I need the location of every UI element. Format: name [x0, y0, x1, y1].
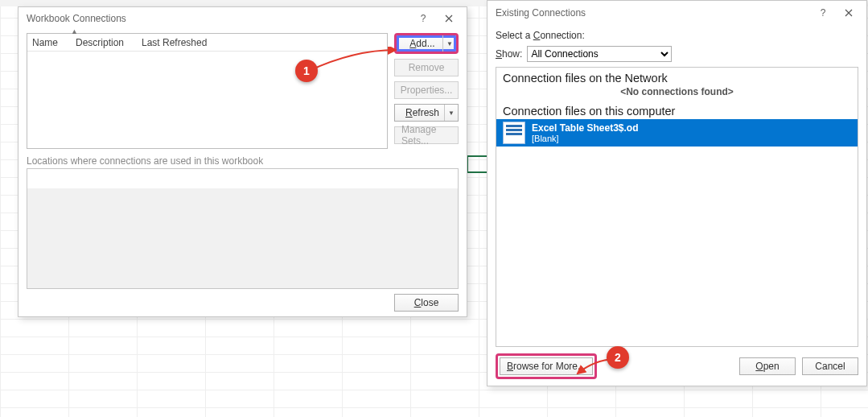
table-file-icon: [503, 122, 525, 144]
annotation-1: 1: [295, 60, 318, 82]
col-name: Name: [32, 37, 76, 48]
close-icon[interactable]: [436, 7, 462, 30]
section-computer: Connection files on this computer: [496, 101, 858, 119]
connection-item-name: Excel Table Sheet3$.od: [532, 122, 639, 134]
close-icon[interactable]: [836, 2, 862, 24]
workbook-connections-dialog: Workbook Connections ? ▲ Name Descriptio…: [18, 6, 467, 317]
remove-button: Remove: [394, 59, 459, 76]
connections-list[interactable]: ▲ Name Description Last Refreshed: [27, 33, 388, 149]
dialog-titlebar: Existing Connections ?: [487, 1, 866, 25]
sort-caret-icon: ▲: [71, 27, 78, 35]
annotation-2: 2: [607, 346, 629, 369]
help-button[interactable]: ?: [410, 7, 436, 30]
used-locations-label: Locations where connections are used in …: [27, 155, 459, 167]
show-label: Show:: [496, 48, 522, 60]
dialog-titlebar: Workbook Connections ?: [19, 7, 467, 30]
list-header: Name Description Last Refreshed: [27, 34, 387, 52]
browse-for-more-button[interactable]: Browse for More...: [500, 357, 593, 375]
dialog-title: Workbook Connections: [27, 13, 126, 24]
open-button[interactable]: Open: [739, 357, 796, 375]
col-last-refreshed: Last Refreshed: [142, 37, 223, 48]
used-locations-box: [27, 168, 459, 289]
connection-item-selected[interactable]: Excel Table Sheet3$.od [Blank]: [496, 119, 858, 147]
manage-sets-button: Manage Sets...: [394, 126, 459, 144]
show-select[interactable]: All Connections: [527, 46, 672, 62]
dropdown-arrow-icon: ▼: [442, 35, 453, 52]
refresh-button[interactable]: Refresh ▼: [394, 104, 459, 122]
select-connection-label: Select a Connection:: [496, 30, 858, 41]
help-button[interactable]: ?: [810, 2, 836, 24]
add-button[interactable]: Add... ▼: [394, 33, 459, 54]
close-button[interactable]: Close: [394, 294, 459, 312]
section-network: Connection files on the Network: [496, 68, 858, 86]
dialog-title: Existing Connections: [496, 7, 586, 19]
connections-picker[interactable]: Connection files on the Network <No conn…: [496, 67, 858, 347]
col-description: Description: [76, 37, 142, 48]
dropdown-arrow-icon[interactable]: ▼: [444, 105, 455, 121]
existing-connections-dialog: Existing Connections ? Select a Connecti…: [487, 0, 867, 386]
connection-item-sub: [Blank]: [532, 134, 639, 143]
no-connections-found: <No connections found>: [496, 86, 858, 101]
properties-button: Properties...: [394, 81, 459, 99]
cancel-button[interactable]: Cancel: [802, 357, 858, 375]
